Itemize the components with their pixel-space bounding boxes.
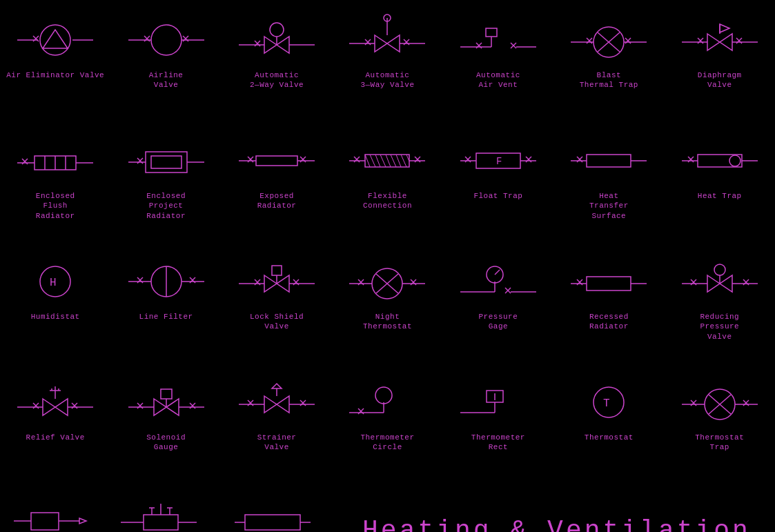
cell-enclosed-project-radiator: EnclosedProjectRadiator	[110, 128, 221, 235]
svg-rect-69	[256, 156, 297, 166]
label-blast-thermal-trap: BlastThermal Trap	[580, 70, 638, 90]
svg-line-83	[386, 155, 391, 167]
label-humidistat: Humidistat	[31, 312, 80, 322]
cell-unit-heater-3-directional: Unit Heater3 Directional	[110, 486, 221, 532]
cell-strainer-valve: StrainerValve	[222, 369, 332, 476]
svg-rect-78	[365, 155, 409, 167]
svg-rect-214	[144, 515, 178, 530]
cell-reducing-pressure-valve: ReducingPressureValve	[665, 248, 775, 355]
label-lock-shield-valve: Lock ShieldValve	[250, 312, 304, 332]
label-automatic-3way-valve: Automatic3—Way Valve	[360, 70, 414, 90]
cell-thermometer-circle: ThermometerCircle	[332, 369, 442, 476]
svg-line-81	[375, 155, 380, 167]
label-pressure-gage: PressureGage	[479, 312, 518, 332]
svg-rect-210	[31, 513, 59, 530]
row-3: H Humidistat Line Filter	[0, 242, 775, 362]
cell-diaphragm-valve: DiaphragmValve	[665, 7, 775, 114]
cell-pressure-gage: PressureGage	[443, 248, 553, 355]
svg-point-154	[714, 264, 725, 275]
svg-marker-183	[264, 396, 289, 413]
symbol-blast-thermal-trap	[556, 12, 661, 68]
svg-text:T: T	[603, 397, 610, 410]
symbol-unit-heater-1-directional	[3, 492, 108, 532]
cell-unit-heater-1-directional: Unit Heater1 Directional	[0, 486, 110, 532]
svg-text:H: H	[50, 277, 57, 289]
label-night-thermostat: NightThermostat	[363, 312, 412, 332]
cell-thermometer-rect: ThermometerRect	[443, 369, 553, 476]
symbol-enclosed-flush-radiator	[3, 133, 108, 188]
symbol-thermostat: T	[556, 375, 661, 430]
symbol-thermometer-circle	[335, 375, 440, 430]
svg-rect-31	[486, 28, 497, 37]
symbol-automatic-3way-valve	[335, 12, 440, 68]
svg-rect-175	[161, 389, 172, 399]
cell-heat-trap: Heat Trap	[665, 128, 775, 235]
symbol-airline-valve	[113, 12, 218, 68]
main-title: Heating & Ventilation	[362, 516, 751, 532]
symbol-pressure-gage	[446, 254, 551, 309]
label-automatic-air-vent: AutomaticAir Vent	[476, 70, 520, 90]
cell-enclosed-flush-radiator: EnclosedFlushRadiator	[0, 128, 110, 235]
row-4: Relief Valve SolenoidGauge	[0, 362, 775, 483]
cell-automatic-air-vent: AutomaticAir Vent	[443, 7, 553, 114]
cell-unit-ventilator: UnitVentilator	[221, 486, 331, 532]
label-thermostat-trap: ThermostatTrap	[695, 433, 744, 453]
label-thermometer-rect: ThermometerRect	[471, 433, 525, 453]
symbol-automatic-air-vent	[446, 12, 551, 68]
svg-line-84	[391, 155, 396, 167]
svg-marker-22	[375, 35, 400, 52]
cell-exposed-radiator: ExposedRadiator	[222, 128, 332, 235]
svg-line-86	[401, 155, 406, 167]
row-2: EnclosedFlushRadiator EnclosedProjectRad…	[0, 121, 775, 242]
svg-marker-213	[79, 518, 86, 524]
symbol-air-eliminator-valve	[3, 12, 108, 68]
svg-marker-50	[720, 24, 729, 32]
symbol-enclosed-project-radiator	[113, 133, 218, 188]
symbol-heat-transfer-surface	[556, 133, 661, 188]
cell-air-eliminator-valve: Air Eliminator Valve	[0, 7, 110, 114]
svg-point-8	[151, 25, 182, 55]
svg-point-192	[375, 387, 392, 404]
label-enclosed-project-radiator: EnclosedProjectRadiator	[146, 191, 186, 221]
label-thermostat: Thermostat	[585, 433, 634, 442]
symbol-exposed-radiator	[224, 133, 329, 188]
symbol-heat-trap	[667, 133, 772, 188]
svg-marker-48	[707, 34, 732, 50]
svg-point-16	[270, 23, 284, 37]
svg-line-142	[495, 270, 500, 275]
cell-relief-valve: Relief Valve	[0, 369, 110, 476]
cell-thermostat-trap: ThermostatTrap	[665, 369, 775, 476]
svg-marker-185	[272, 384, 282, 388]
cell-lock-shield-valve: Lock ShieldValve	[222, 248, 332, 355]
svg-marker-162	[43, 399, 68, 415]
symbol-reducing-pressure-valve	[667, 254, 772, 309]
label-recessed-radiator: RecessedRadiator	[589, 312, 629, 332]
cell-humidistat: H Humidistat	[0, 248, 110, 355]
symbol-automatic-2way-valve	[224, 12, 329, 68]
svg-rect-222	[245, 515, 300, 530]
label-strainer-valve: StrainerValve	[257, 433, 297, 453]
cell-automatic-2way-valve: Automatic2—Way Valve	[222, 7, 332, 114]
svg-point-108	[729, 155, 740, 166]
label-flexible-connection: FlexibleConnection	[363, 191, 412, 211]
label-heat-trap: Heat Trap	[698, 191, 742, 201]
symbol-lock-shield-valve	[224, 254, 329, 309]
svg-rect-107	[698, 155, 742, 167]
label-heat-transfer-surface: HeatTransferSurface	[589, 191, 629, 221]
row-1: Air Eliminator Valve AirlineValve	[0, 0, 775, 121]
label-relief-valve: Relief Valve	[26, 433, 85, 442]
cell-heat-transfer-surface: HeatTransferSurface	[553, 128, 664, 235]
svg-rect-66	[151, 156, 182, 168]
label-exposed-radiator: ExposedRadiator	[257, 191, 297, 211]
label-float-trap: Float Trap	[473, 191, 522, 201]
symbol-thermostat-trap	[667, 375, 772, 430]
cell-recessed-radiator: RecessedRadiator	[553, 248, 664, 355]
label-solenoid-gauge: SolenoidGauge	[146, 433, 186, 453]
symbol-unit-heater-3-directional	[113, 492, 218, 532]
svg-line-82	[380, 155, 386, 167]
label-airline-valve: AirlineValve	[149, 70, 184, 90]
svg-rect-124	[272, 266, 282, 275]
svg-line-85	[396, 155, 401, 167]
symbol-solenoid-gauge	[113, 375, 218, 430]
symbol-diaphragm-valve	[667, 12, 772, 68]
